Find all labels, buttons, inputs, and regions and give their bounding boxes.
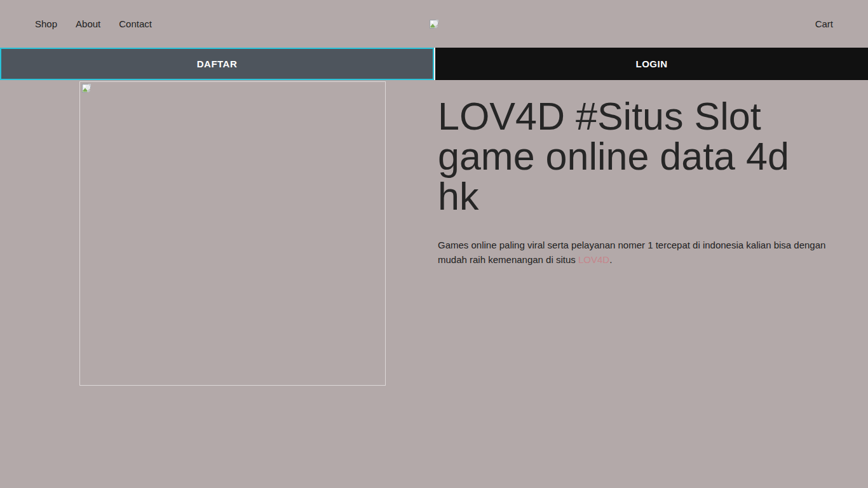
top-nav: Shop About Contact Cart: [0, 0, 868, 48]
hero-text-column: LOV4D #Situs Slot game online data 4d hk…: [434, 80, 868, 267]
nav-item-about[interactable]: About: [76, 18, 100, 29]
nav-item-shop[interactable]: Shop: [35, 18, 57, 29]
nav-left-links: Shop About Contact: [35, 18, 429, 29]
hero-image-column: [0, 80, 434, 386]
logo-image-broken: [429, 19, 439, 29]
lov4d-link[interactable]: LOV4D: [578, 254, 609, 265]
nav-item-contact[interactable]: Contact: [119, 18, 152, 29]
nav-right-links: Cart: [439, 18, 833, 29]
login-button[interactable]: LOGIN: [434, 48, 868, 80]
daftar-button[interactable]: DAFTAR: [0, 48, 434, 80]
nav-item-cart[interactable]: Cart: [815, 18, 833, 29]
main-content: LOV4D #Situs Slot game online data 4d hk…: [0, 80, 868, 386]
cta-button-row: DAFTAR LOGIN: [0, 48, 868, 80]
page-title: LOV4D #Situs Slot game online data 4d hk: [438, 97, 819, 217]
broken-image-icon: [429, 19, 439, 29]
hero-description-text: Games online paling viral serta pelayana…: [438, 240, 825, 265]
hero-description: Games online paling viral serta pelayana…: [438, 238, 844, 267]
hero-image-placeholder: [79, 81, 386, 386]
broken-image-icon: [81, 83, 92, 93]
hero-description-period: .: [609, 254, 612, 265]
